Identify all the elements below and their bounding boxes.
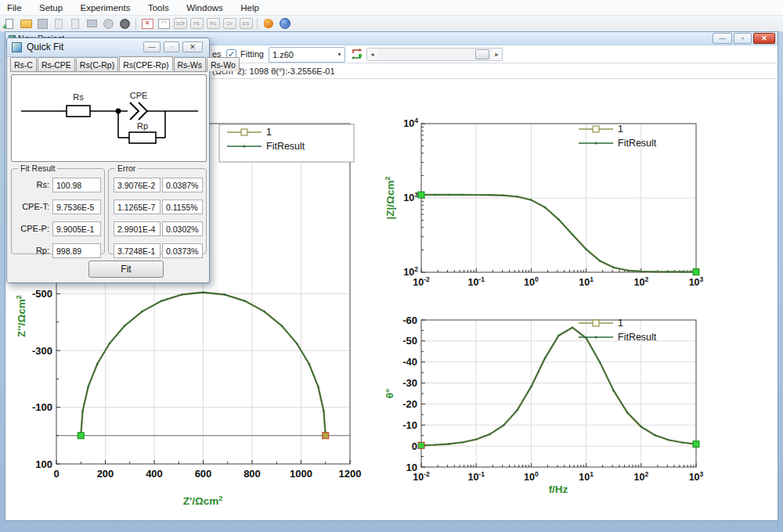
menu-setup[interactable]: Setup [32, 1, 70, 15]
print-icon[interactable] [85, 17, 99, 31]
menu-file[interactable]: File [0, 1, 29, 15]
error-group-label: Error [115, 164, 138, 173]
cv-mode-button[interactable]: CV [222, 17, 236, 31]
new-file-icon[interactable]: + [2, 17, 16, 31]
scroll-left-icon[interactable]: ◄ [367, 49, 377, 60]
dataset-combobox[interactable]: 1.z60 ▼ [269, 47, 345, 63]
svg-text:1: 1 [266, 127, 272, 138]
tab-rs-cpe[interactable]: Rs-CPE [38, 57, 75, 71]
duplicate-icon[interactable] [68, 17, 82, 31]
svg-text:100: 100 [524, 275, 539, 288]
svg-text:10: 10 [406, 462, 417, 473]
error-pct-field: 0.0373% [162, 243, 203, 258]
param-label: CPE-T: [13, 202, 49, 211]
svg-text:-300: -300 [32, 345, 52, 357]
delete-chart-icon[interactable]: ✕ [140, 17, 154, 31]
svg-text:|Z|/Ωcm2: |Z|/Ωcm2 [384, 177, 396, 220]
svg-text:0: 0 [412, 440, 417, 452]
svg-text:10-1: 10-1 [467, 275, 485, 288]
dataset-value: 1.z60 [272, 50, 294, 59]
svg-text:102: 102 [403, 265, 418, 278]
ps-mode-button[interactable]: PS [189, 17, 204, 31]
fit-result-group-label: Fit Result [18, 164, 57, 173]
param-value-field[interactable]: 9.7536E-5 [52, 200, 101, 214]
hand-tool-icon[interactable] [262, 17, 276, 31]
svg-text:1: 1 [618, 124, 623, 135]
quick-fit-titlebar[interactable]: Quick Fit — ▫ ✕ [7, 38, 209, 57]
rp-label: Rp [137, 121, 148, 131]
bode-phase-plot: 10-210-1100101102103-60-50-40-30-20-1001… [383, 310, 712, 505]
record-icon[interactable] [117, 17, 132, 31]
close-button[interactable]: ✕ [753, 33, 775, 44]
rs-label: Rs [73, 92, 84, 102]
error-group: Error 3.9076E-2 0.0387% 1.1265E-7 0.1155… [108, 168, 207, 254]
svg-text:800: 800 [244, 468, 261, 480]
row-divider [207, 63, 778, 63]
svg-text:-50: -50 [402, 335, 417, 347]
svg-text:FitResult: FitResult [618, 138, 657, 149]
toolbar-separator [257, 18, 258, 30]
param-value-field[interactable]: 998.89 [52, 243, 101, 258]
svg-text:103: 103 [689, 470, 704, 483]
swap-datasets-icon[interactable] [350, 48, 363, 61]
svg-text:-10: -10 [402, 419, 417, 431]
error-field: 3.9076E-2 [114, 178, 161, 192]
svg-text:104: 104 [403, 117, 418, 129]
param-label: Rs: [13, 180, 49, 189]
tab-rs-wo[interactable]: Rs-Wo [207, 57, 240, 71]
ocp-mode-button[interactable]: OCP [173, 17, 187, 31]
scroll-right-icon[interactable]: ► [492, 49, 502, 60]
maximize-button[interactable]: ▫ [734, 33, 752, 44]
minimize-button[interactable]: — [713, 33, 732, 44]
param-value-field[interactable]: 9.9005E-1 [52, 221, 101, 236]
menu-experiments[interactable]: Experiments [74, 1, 138, 15]
svg-text:100: 100 [35, 458, 52, 470]
param-value-field[interactable]: 100.98 [52, 178, 101, 192]
eis-mode-button[interactable]: EIS [239, 17, 253, 31]
web-globe-icon[interactable] [278, 17, 292, 31]
svg-text:-30: -30 [402, 377, 417, 389]
param-label: CPE-P: [13, 224, 49, 233]
error-pct-field: 0.0302% [162, 221, 203, 236]
open-file-icon[interactable] [19, 17, 33, 31]
tab-rs-ws[interactable]: Rs-Ws [174, 57, 207, 71]
tab-rs-c-rp[interactable]: Rs(C-Rp) [76, 57, 118, 71]
menu-windows[interactable]: Windows [179, 1, 230, 15]
tab-rs-c[interactable]: Rs-C [10, 57, 37, 71]
menu-help[interactable]: Help [233, 1, 266, 15]
param-label: Rp: [13, 246, 49, 255]
svg-text:-60: -60 [402, 315, 417, 326]
svg-text:103: 103 [403, 191, 418, 203]
dialog-minimize-button[interactable]: — [143, 41, 161, 52]
svg-text:Z''/Ωcm2: Z''/Ωcm2 [15, 295, 27, 337]
stop-icon[interactable] [101, 17, 115, 31]
error-pct-field: 0.0387% [162, 178, 203, 192]
toolbar-separator [135, 18, 136, 30]
menu-tools[interactable]: Tools [141, 1, 176, 15]
dialog-maximize-button[interactable]: ▫ [164, 41, 179, 52]
svg-text:10-1: 10-1 [467, 470, 485, 483]
error-field: 2.9901E-4 [114, 221, 161, 236]
bode-magnitude-plot: 10-210-11001011021031041031021FitResult|… [383, 117, 712, 293]
dataset-scrollbar[interactable]: ◄ ► [366, 48, 503, 61]
svg-text:Z'/Ωcm2: Z'/Ωcm2 [183, 494, 223, 507]
tab-rs-cpe-rp[interactable]: Rs(CPE-Rp) [119, 56, 172, 71]
svg-text:200: 200 [97, 468, 114, 480]
svg-text:400: 400 [146, 468, 163, 480]
svg-text:-40: -40 [402, 356, 417, 368]
quick-fit-dialog: Quick Fit — ▫ ✕ Rs-CRs-CPERs(C-Rp)Rs(CPE… [6, 38, 210, 283]
svg-text:10-2: 10-2 [413, 275, 430, 288]
pg-mode-button[interactable]: PG [206, 17, 220, 31]
svg-text:1: 1 [618, 318, 623, 329]
scrollbar-thumb[interactable] [475, 49, 489, 59]
svg-text:100: 100 [524, 470, 539, 483]
application-window: File Setup Experiments Tools Windows Hel… [0, 0, 783, 532]
fit-button[interactable]: Fit [88, 261, 164, 278]
dialog-close-button[interactable]: ✕ [182, 41, 203, 52]
copy-icon[interactable] [52, 17, 66, 31]
svg-text:FitResult: FitResult [266, 141, 305, 152]
fit-result-group: Fit Result Rs: 100.98 CPE-T: 9.7536E-5 C… [11, 168, 105, 254]
toolbar: + ✕ ◠ OCP PS PG CV EIS [0, 16, 783, 32]
save-icon[interactable] [35, 17, 49, 31]
chart-icon[interactable]: ◠ [157, 17, 171, 31]
